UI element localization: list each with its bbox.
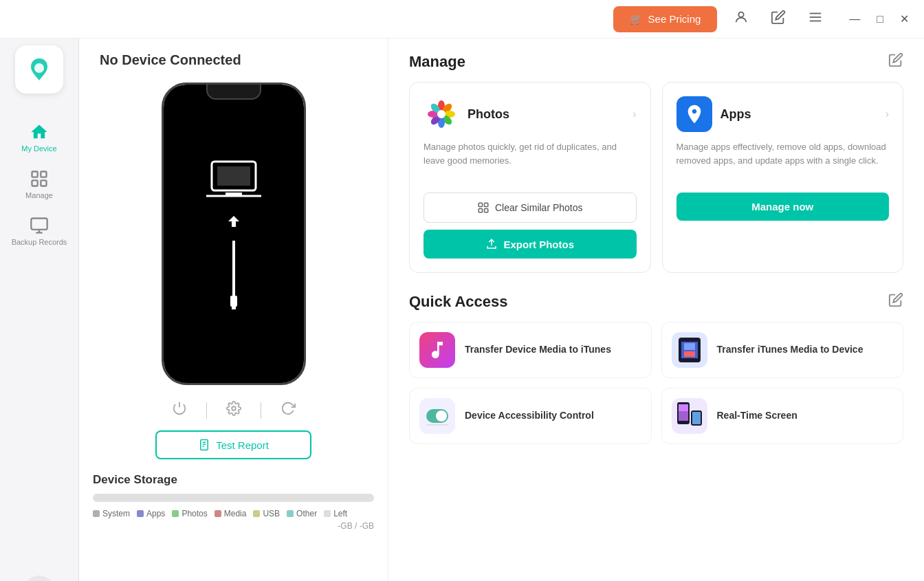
photos-card-actions: Clear Similar Photos Export Photos xyxy=(424,193,637,259)
sidebar-item-my-device-label: My Device xyxy=(21,144,56,153)
svg-point-5 xyxy=(34,63,44,73)
svg-point-20 xyxy=(232,406,236,410)
qa-icon-screen xyxy=(672,398,707,434)
svg-rect-10 xyxy=(31,219,47,230)
edit-icon-button[interactable] xyxy=(765,7,791,31)
quick-access-edit-button[interactable] xyxy=(888,292,903,311)
device-panel: No Device Connected xyxy=(79,39,388,581)
device-controls xyxy=(166,398,301,422)
svg-rect-42 xyxy=(684,343,695,350)
sidebar-item-backup-records[interactable]: Backup Records xyxy=(0,208,78,254)
clear-similar-icon xyxy=(477,201,490,214)
sidebar-item-manage-label: Manage xyxy=(25,191,53,199)
maximize-button[interactable]: □ xyxy=(872,10,888,28)
svg-rect-46 xyxy=(426,424,448,426)
power-icon-button[interactable] xyxy=(166,398,192,422)
legend-photos: Photos xyxy=(172,509,207,518)
apps-card-header: Apps › xyxy=(676,96,890,132)
apps-card: Apps › Manage apps effectively, remove o… xyxy=(662,82,904,273)
svg-rect-50 xyxy=(679,404,688,411)
photos-card: Photos › Manage photos quickly, get rid … xyxy=(409,82,651,273)
photos-card-title: Photos xyxy=(468,107,509,122)
close-button[interactable]: ✕ xyxy=(896,10,913,28)
manage-now-button[interactable]: Manage now xyxy=(676,193,890,221)
manage-edit-button[interactable] xyxy=(888,52,903,71)
qa-label-transfer-device-media: Transfer Device Media to iTunes xyxy=(465,343,611,357)
phone-content xyxy=(206,158,261,309)
upload-arrow-icon xyxy=(226,213,242,230)
storage-legend: System Apps Photos Media xyxy=(93,509,374,518)
svg-rect-18 xyxy=(230,296,237,307)
menu-icon-button[interactable] xyxy=(802,7,828,31)
phone-screen xyxy=(164,85,304,383)
user-icon-button[interactable] xyxy=(728,7,754,31)
storage-title: Device Storage xyxy=(93,473,374,487)
storage-bar xyxy=(93,494,374,502)
sidebar-item-backup-records-label: Backup Records xyxy=(12,238,67,246)
qa-icon-phone-media xyxy=(672,332,707,368)
legend-dot-system xyxy=(93,510,100,517)
svg-rect-14 xyxy=(217,166,250,186)
photos-icon xyxy=(426,99,456,129)
legend-dot-other xyxy=(287,510,294,517)
quick-access-section-header: Quick Access xyxy=(409,292,903,311)
phone-frame xyxy=(162,83,306,385)
phone-notch xyxy=(206,85,261,100)
legend-dot-left xyxy=(324,510,331,517)
apps-icon-bg xyxy=(676,96,712,132)
titlebar-actions: 🛒 See Pricing — □ ✕ xyxy=(613,6,913,32)
refresh-icon-button[interactable] xyxy=(275,398,301,422)
manage-section-title: Manage xyxy=(409,53,465,71)
svg-rect-8 xyxy=(32,180,38,186)
legend-dot-usb xyxy=(253,510,260,517)
help-button[interactable]: ? xyxy=(24,575,54,581)
svg-rect-35 xyxy=(478,203,482,206)
legend-apps: Apps xyxy=(137,509,165,518)
export-photos-button[interactable]: Export Photos xyxy=(424,230,637,259)
svg-rect-19 xyxy=(232,307,236,309)
svg-rect-37 xyxy=(478,209,482,212)
qa-item-transfer-device-media[interactable]: Transfer Device Media to iTunes xyxy=(409,322,652,378)
legend-system: System xyxy=(93,509,130,518)
right-panel: Manage xyxy=(388,39,924,581)
qa-item-realtime-screen[interactable]: Real-Time Screen xyxy=(661,388,904,444)
phone-wrapper xyxy=(158,79,309,388)
sidebar-item-manage[interactable]: Manage xyxy=(0,161,78,208)
device-storage: Device Storage System Apps Photo xyxy=(79,473,388,531)
svg-rect-52 xyxy=(692,412,701,424)
photos-card-header: Photos › xyxy=(424,96,637,132)
titlebar: 🛒 See Pricing — □ ✕ xyxy=(0,0,924,39)
legend-dot-apps xyxy=(137,510,144,517)
qa-item-device-accessibility[interactable]: Device Accessibility Control xyxy=(409,388,652,444)
clear-similar-photos-button[interactable]: Clear Similar Photos xyxy=(424,193,637,223)
svg-rect-7 xyxy=(41,172,46,177)
legend-left: Left xyxy=(324,509,347,518)
sidebar: My Device Manage Backup Records ? xyxy=(0,39,79,581)
qa-item-transfer-itunes-media[interactable]: Transfer iTunes Media to Device xyxy=(661,322,904,378)
cart-icon: 🛒 xyxy=(630,13,643,25)
export-icon xyxy=(485,238,498,250)
settings-icon-button[interactable] xyxy=(221,398,247,422)
minimize-button[interactable]: — xyxy=(845,10,864,28)
cable-icon xyxy=(227,241,241,309)
sidebar-item-my-device[interactable]: My Device xyxy=(0,114,78,161)
see-pricing-label: See Pricing xyxy=(648,13,701,25)
photos-card-description: Manage photos quickly, get rid of duplic… xyxy=(424,140,637,182)
app-window: 🛒 See Pricing — □ ✕ xyxy=(0,0,924,581)
legend-other: Other xyxy=(287,509,317,518)
window-controls: — □ ✕ xyxy=(845,10,913,28)
qa-icon-toggle xyxy=(419,398,455,434)
quick-access-grid: Transfer Device Media to iTunes xyxy=(409,322,903,444)
qa-label-transfer-itunes-media: Transfer iTunes Media to Device xyxy=(717,343,864,357)
svg-point-45 xyxy=(436,410,447,421)
see-pricing-button[interactable]: 🛒 See Pricing xyxy=(613,6,718,32)
storage-size-label: -GB / -GB xyxy=(93,521,374,531)
qa-label-device-accessibility: Device Accessibility Control xyxy=(465,409,594,423)
test-report-button[interactable]: Test Report xyxy=(155,430,311,459)
quick-access-title: Quick Access xyxy=(409,293,508,311)
svg-rect-16 xyxy=(226,193,242,196)
apps-card-icon xyxy=(676,96,712,132)
qa-label-realtime-screen: Real-Time Screen xyxy=(717,409,798,423)
manage-section-header: Manage xyxy=(409,52,903,71)
photos-card-icon xyxy=(424,96,459,132)
